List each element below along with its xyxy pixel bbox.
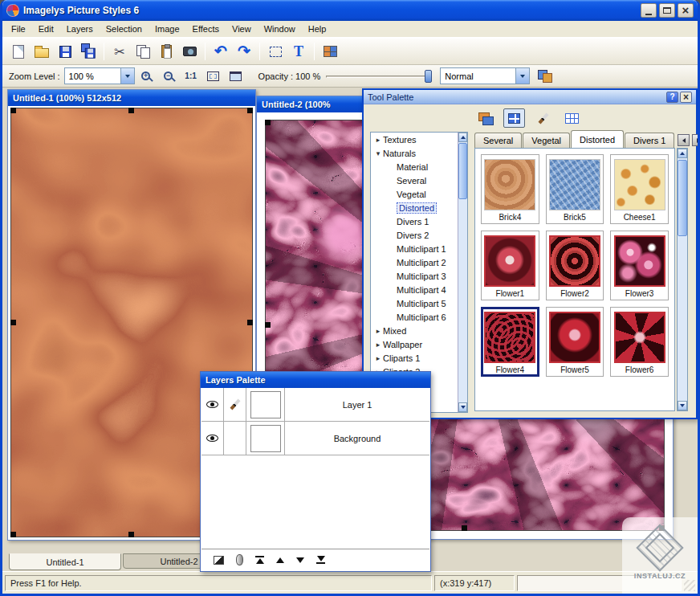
thumbnail-brick5[interactable]: Brick5 [546,154,604,224]
layer1-visibility-cell[interactable] [201,388,224,421]
open-button[interactable] [31,40,53,63]
tree-item-multiclipart-1[interactable]: Multiclipart 1 [371,242,458,255]
thumbnail-flower4[interactable]: Flower4 [481,307,539,377]
maximize-button[interactable] [659,3,675,18]
move-layer-bottom-button[interactable] [316,556,325,564]
minimize-button[interactable] [641,3,657,18]
titlebar[interactable]: Imagelys Picture Styles 6 [2,0,698,21]
tree-item-wallpaper[interactable]: Wallpaper [371,337,458,351]
tab-vegetal[interactable]: Vegetal [523,133,570,148]
scrollbar-thumb[interactable] [678,160,687,236]
layer1-edit-cell[interactable] [224,388,246,421]
tree-item-multiclipart-3[interactable]: Multiclipart 3 [371,269,458,283]
menu-view[interactable]: View [226,22,258,36]
thumbnail-flower3[interactable]: Flower3 [610,231,669,300]
menu-layers[interactable]: Layers [60,22,100,36]
layer-row-layer1[interactable]: Layer 1 [201,388,429,422]
merge-roller-icon[interactable] [236,554,243,565]
eye-icon[interactable] [206,401,218,408]
layer-row-background[interactable]: Background [201,422,429,455]
tree-item-multiclipart-2[interactable]: Multiclipart 2 [371,255,458,269]
tabs-scroll-right-button[interactable] [692,134,700,146]
scroll-up-button[interactable] [458,133,467,142]
expanded-arrow-icon[interactable] [373,149,383,157]
selection-handle[interactable] [265,322,271,328]
scrollbar-thumb[interactable] [458,143,467,199]
fit-image-button[interactable] [202,65,225,88]
selection-handle[interactable] [128,108,134,113]
move-layer-top-button[interactable] [255,556,264,564]
tree-item-multiclipart-5[interactable]: Multiclipart 5 [371,296,458,310]
collapsed-arrow-icon[interactable] [373,354,383,362]
tile-view-button[interactable] [319,40,341,63]
close-button[interactable] [678,3,694,18]
tree-item-textures[interactable]: Textures [371,133,458,146]
zoom-level-combo[interactable]: 100 % [64,67,135,84]
actual-size-button[interactable]: 1:1 [180,65,202,88]
effects-brush-button[interactable] [532,108,554,128]
selection-handle[interactable] [265,120,271,125]
collapsed-arrow-icon[interactable] [373,327,383,335]
menu-file[interactable]: File [5,22,32,36]
layer1-thumbnail-cell[interactable] [246,388,285,421]
tree-item-vegetal[interactable]: Vegetal [371,187,458,201]
grid-scrollbar[interactable] [677,148,688,411]
undo-button[interactable] [210,40,232,63]
menu-window[interactable]: Window [258,22,302,36]
menu-edit[interactable]: Edit [32,22,60,36]
thumbnail-flower1[interactable]: Flower1 [481,231,539,300]
tree-item-divers-2[interactable]: Divers 2 [371,228,458,242]
opacity-slider-track[interactable] [326,76,432,78]
scroll-down-button[interactable] [678,401,687,410]
selection-handle[interactable] [247,108,253,113]
seamless-textures-button[interactable] [503,108,525,128]
selection-handle[interactable] [10,320,16,325]
cut-button[interactable] [108,40,131,63]
move-layer-up-button[interactable] [276,557,284,563]
background-name[interactable]: Background [285,422,429,455]
tree-item-cliparts-1[interactable]: Cliparts 1 [371,351,458,365]
selection-handle[interactable] [10,532,16,537]
tabs-scroll-left-button[interactable] [678,134,690,146]
zoom-combo-arrow-button[interactable] [120,68,134,84]
background-visibility-cell[interactable] [201,422,224,455]
paste-button[interactable] [155,40,177,63]
menu-selection[interactable]: Selection [100,22,149,36]
scroll-up-button[interactable] [678,149,687,158]
collapsed-arrow-icon[interactable] [373,341,383,349]
text-tool-button[interactable] [287,40,310,63]
tree-item-distorted[interactable]: Distorted [371,201,458,214]
zoom-in-button[interactable]: + [135,65,157,88]
tab-divers-1[interactable]: Divers 1 [625,133,674,148]
tree-item-multiclipart-4[interactable]: Multiclipart 4 [371,283,458,296]
blend-options-button[interactable] [533,65,556,88]
fit-screen-button[interactable] [225,65,247,88]
layer1-name[interactable]: Layer 1 [285,388,429,421]
tool-palette[interactable]: Tool Palette Textures Naturals Material … [362,88,698,419]
copy-button[interactable] [132,40,154,63]
blend-combo-arrow-button[interactable] [515,68,529,84]
thumbnail-flower6[interactable]: Flower6 [610,307,669,377]
selection-handle[interactable] [462,525,467,531]
selection-tool-button[interactable] [264,40,287,63]
new-button[interactable] [7,40,30,63]
tree-item-several[interactable]: Several [371,173,458,187]
thumbnail-brick4[interactable]: Brick4 [481,154,539,224]
tree-item-naturals[interactable]: Naturals [371,146,458,160]
palette-close-button[interactable] [680,92,692,103]
table-view-button[interactable] [561,108,583,128]
menu-effects[interactable]: Effects [186,22,226,36]
opacity-slider[interactable] [326,69,432,84]
scroll-down-button[interactable] [458,402,467,412]
layers-palette-titlebar[interactable]: Layers Palette [201,372,430,388]
thumbnail-flower2[interactable]: Flower2 [546,231,604,300]
zoom-out-button[interactable]: − [157,65,180,88]
save-all-button[interactable] [77,40,100,63]
menu-image[interactable]: Image [149,22,186,36]
thumbnail-cheese1[interactable]: Cheese1 [610,154,669,224]
tree-item-mixed[interactable]: Mixed [371,324,458,337]
capture-button[interactable] [178,40,201,63]
layers-palette[interactable]: Layers Palette Layer 1 Background [200,371,431,572]
tool-palette-titlebar[interactable]: Tool Palette [364,90,696,104]
background-edit-cell[interactable] [224,422,246,455]
